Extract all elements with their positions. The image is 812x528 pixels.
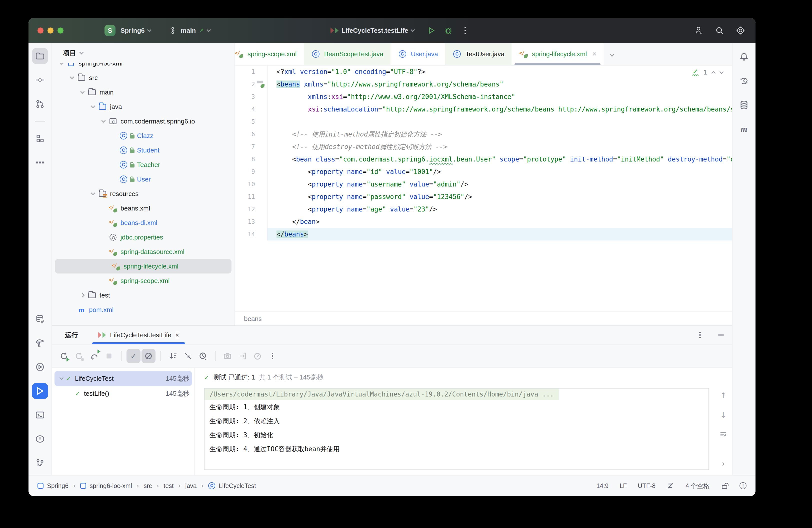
project-widget[interactable]: Spring6 (120, 27, 151, 34)
tree-item-spring-datasource-xml[interactable]: </spring-datasource.xml (52, 245, 234, 259)
code-line-4[interactable]: 4 xsi:schemaLocation="http://www.springf… (235, 103, 732, 116)
rerun-button[interactable] (57, 349, 71, 363)
hide-panel-button[interactable] (718, 335, 724, 336)
code-line-8[interactable]: 8 <bean class="com.codermast.spring6.ioc… (235, 153, 732, 165)
breadcrumb-spring6-ioc-xml[interactable]: spring6-ioc-xml (80, 482, 132, 489)
more-tool-windows-button[interactable] (32, 155, 48, 171)
coverage-button[interactable] (250, 349, 264, 363)
chevron-down-icon[interactable] (68, 76, 76, 79)
tree-item-test[interactable]: test (52, 288, 234, 303)
chevron-down-icon[interactable] (78, 91, 87, 94)
tree-item-spring-lifecycle-xml[interactable]: </spring-lifecycle.xml (55, 259, 232, 274)
notifications-button[interactable] (736, 49, 752, 65)
problems-tool-button[interactable] (32, 431, 48, 447)
close-window-button[interactable] (38, 28, 44, 33)
test-history-button[interactable] (196, 349, 210, 363)
tree-item-main[interactable]: main (52, 85, 234, 100)
more-actions-button[interactable] (460, 26, 470, 35)
build-tool-button[interactable] (32, 335, 48, 351)
code-line-12[interactable]: 12 <property name="age" value="23"/> (235, 203, 732, 216)
debug-button[interactable] (443, 26, 453, 35)
breadcrumb-src[interactable]: src (144, 482, 152, 489)
project-panel-header[interactable]: 项目 (52, 43, 234, 63)
tree-item-com-codermast-spring6-io[interactable]: com.codermast.spring6.io (52, 114, 234, 129)
encoding-widget[interactable]: UTF-8 (638, 482, 655, 489)
tree-item-java[interactable]: java (52, 100, 234, 114)
breadcrumb-java[interactable]: java (185, 482, 197, 489)
scroll-up-button[interactable]: ↑ (720, 391, 726, 400)
editor-tab-user-java[interactable]: CUser.java (391, 43, 445, 65)
editor-tab-spring-scope-xml[interactable]: </spring-scope.xml (235, 43, 304, 65)
code-line-2[interactable]: 2<beans xmlns="http://www.springframewor… (235, 78, 732, 90)
tree-item-beans-di-xml[interactable]: </beans-di.xml (52, 216, 234, 230)
editor-breadcrumbs[interactable]: beans (235, 311, 732, 325)
run-configuration-widget[interactable]: LifeCycleTest.testLife (331, 27, 414, 34)
run-tab[interactable]: LifeCycleTest.testLife × (96, 326, 181, 344)
zoom-window-button[interactable] (58, 28, 63, 33)
chevron-down-icon[interactable] (88, 105, 98, 108)
soft-wrap-button[interactable] (720, 430, 727, 438)
code-with-me-button[interactable] (694, 26, 704, 35)
spring-bean-gutter-icon[interactable] (258, 81, 264, 88)
show-passed-button[interactable]: ✓ (127, 349, 141, 363)
code-line-13[interactable]: 13 </bean> (235, 216, 732, 228)
maven-tool-button[interactable]: m (736, 121, 752, 137)
editor-tab-spring-lifecycle-xml[interactable]: </spring-lifecycle.xml× (511, 43, 604, 65)
git-tool-button[interactable] (32, 455, 48, 471)
test-node-testlife-[interactable]: ✓testLife()145毫秒 (52, 386, 194, 401)
breadcrumb-spring6[interactable]: Spring6 (38, 482, 69, 489)
terminal-tool-button[interactable] (32, 407, 48, 423)
scroll-down-button[interactable]: ↓ (720, 411, 726, 420)
structure-tool-button[interactable] (32, 131, 48, 147)
run-tool-button[interactable] (32, 383, 48, 399)
indent-widget[interactable]: 4 个空格 (685, 482, 710, 490)
code-line-9[interactable]: 9 <property name="id" value="1001"/> (235, 165, 732, 178)
tree-item-src[interactable]: src (52, 71, 234, 85)
services-run-dashboard-button[interactable] (32, 359, 48, 375)
code-line-3[interactable]: 3 xmlns:xsi="http://www.w3.org/2001/XMLS… (235, 90, 732, 103)
expand-console-button[interactable]: › (722, 459, 725, 468)
database-tool-button[interactable] (736, 97, 752, 113)
tree-item-resources[interactable]: resources (52, 187, 234, 201)
export-test-results-button[interactable] (235, 349, 249, 363)
chevron-down-icon[interactable] (57, 63, 66, 65)
code-line-5[interactable]: 5 (235, 116, 732, 128)
tree-item-teacher[interactable]: CTeacher (52, 158, 234, 172)
run-panel-more-button[interactable] (695, 330, 705, 340)
stop-button[interactable] (102, 349, 116, 363)
console-output[interactable]: /Users/codermast/Library/Java/JavaVirtua… (204, 388, 709, 470)
code-line-11[interactable]: 11 <property name="password" value="1234… (235, 191, 732, 203)
tree-item-clazz[interactable]: CClazz (52, 129, 234, 143)
highlighting-level-icon[interactable] (667, 482, 675, 490)
tree-item-user[interactable]: CUser (52, 172, 234, 187)
pull-requests-tool-button[interactable] (32, 96, 48, 112)
editor-tab-testuser-java[interactable]: CTestUser.java (445, 43, 511, 65)
minimize-window-button[interactable] (47, 28, 54, 33)
code-line-14[interactable]: 14</beans> (235, 228, 732, 240)
breadcrumb-lifecycletest[interactable]: CLifeCycleTest (208, 482, 256, 489)
tree-item-jdbc-properties[interactable]: jdbc.properties (52, 230, 234, 245)
close-icon[interactable]: × (175, 331, 179, 339)
show-hidden-tabs-button[interactable] (610, 49, 613, 59)
unlock-icon[interactable] (721, 482, 728, 490)
tree-item-spring6-ioc-xml[interactable]: spring6-ioc-xml (52, 63, 234, 71)
close-icon[interactable]: × (593, 50, 596, 58)
code-editor[interactable]: 1<?xml version="1.0" encoding="UTF-8"?>2… (235, 65, 732, 240)
console-command-line[interactable]: /Users/codermast/Library/Java/JavaVirtua… (204, 388, 559, 400)
next-problem-button[interactable] (720, 70, 724, 74)
caret-position-widget[interactable]: 14:9 (596, 482, 609, 489)
line-separator-widget[interactable]: LF (620, 482, 627, 489)
code-line-7[interactable]: 7 <!-- 使用destroy-method属性指定销毁方法 --> (235, 141, 732, 153)
error-notification-icon[interactable]: ! (740, 482, 746, 489)
chevron-right-icon[interactable] (78, 294, 87, 297)
toolbar-more-button[interactable] (265, 349, 279, 363)
chevron-down-icon[interactable] (57, 377, 66, 380)
breadcrumb-test[interactable]: test (163, 482, 174, 489)
editor-body[interactable]: 1<?xml version="1.0" encoding="UTF-8"?>2… (235, 65, 732, 311)
navigate-with-single-click-button[interactable] (181, 349, 195, 363)
tree-item-beans-xml[interactable]: </beans.xml (52, 201, 234, 216)
chevron-down-icon[interactable] (88, 192, 98, 195)
tree-item-student[interactable]: CStudent (52, 143, 234, 158)
thread-dump-button[interactable] (220, 349, 234, 363)
code-line-1[interactable]: 1<?xml version="1.0" encoding="UTF-8"?> (235, 65, 732, 78)
